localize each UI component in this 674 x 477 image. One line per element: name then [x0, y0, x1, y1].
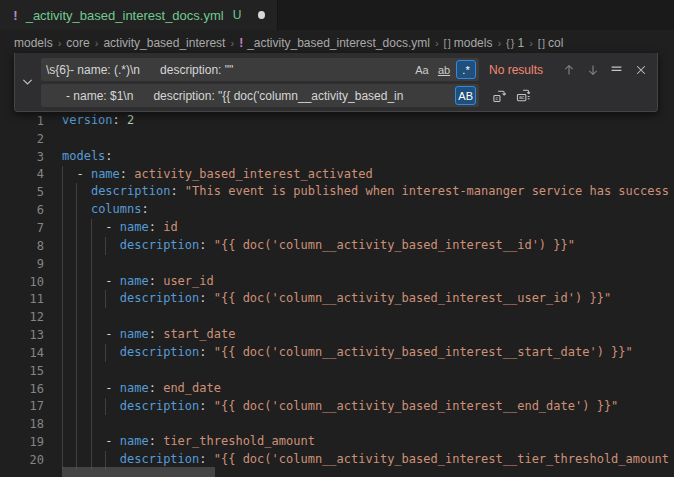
breadcrumb-separator-chevron-icon: ›	[230, 37, 234, 49]
code-text: - name: start_date	[62, 326, 674, 344]
find-row: \s{6}- name: (.*)\n description: "" Aa a…	[41, 58, 651, 81]
code-text: - name: end_date	[62, 380, 674, 398]
line-number: 12	[0, 310, 44, 324]
code-text	[62, 130, 674, 148]
breadcrumb-item[interactable]: [ ]col	[538, 36, 564, 50]
svg-text:ac: ac	[519, 94, 525, 100]
code-line[interactable]: 9	[0, 255, 674, 273]
horizontal-scrollbar[interactable]	[62, 467, 215, 477]
breadcrumb-symbol-yaml-icon: !	[239, 36, 243, 50]
code-line[interactable]: 7 - name: id	[0, 219, 674, 237]
replace-all-icon: ac	[516, 88, 531, 103]
breadcrumb-symbol-object-icon: { }	[506, 37, 513, 49]
close-find-button[interactable]	[630, 59, 651, 80]
find-query-text: \s{6}- name: (.*)\n description: ""	[46, 63, 410, 77]
line-number: 3	[0, 150, 44, 164]
breadcrumb-item-label: core	[66, 36, 89, 50]
git-status-badge: U	[233, 8, 242, 22]
chevron-down-icon	[22, 73, 33, 91]
line-number: 16	[0, 382, 44, 396]
line-number: 20	[0, 453, 44, 467]
code-line[interactable]: 14 description: "{{ doc('column__activit…	[0, 344, 674, 362]
replace-input[interactable]: - name: $1\n description: "{{ doc('colum…	[41, 84, 479, 107]
code-text: columns:	[62, 201, 674, 219]
code-text: description: "{{ doc('column__activity_b…	[62, 344, 674, 362]
code-line[interactable]: 19 - name: tier_threshold_amount	[0, 433, 674, 451]
replace-value-text: - name: $1\n description: "{{ doc('colum…	[46, 89, 453, 103]
code-line[interactable]: 6 columns:	[0, 201, 674, 219]
line-number: 14	[0, 346, 44, 360]
find-replace-widget: \s{6}- name: (.*)\n description: "" Aa a…	[14, 53, 658, 112]
line-number: 9	[0, 257, 44, 271]
code-text: - name: tier_threshold_amount	[62, 433, 674, 451]
line-number: 1	[0, 114, 44, 128]
code-line[interactable]: 4 - name: activity_based_interest_activa…	[0, 166, 674, 184]
arrow-down-icon	[587, 64, 599, 76]
code-line[interactable]: 13 - name: start_date	[0, 326, 674, 344]
replace-row: - name: $1\n description: "{{ doc('colum…	[41, 84, 651, 107]
breadcrumb-symbol-array-icon: [ ]	[444, 37, 450, 49]
breadcrumb-symbol-array-icon: [ ]	[538, 37, 544, 49]
tab-bar: ! _activity_based_interest_docs.yml U	[0, 0, 674, 30]
code-text: models:	[62, 148, 674, 166]
code-editor[interactable]: 1version: 223models:4 - name: activity_b…	[0, 112, 674, 477]
breadcrumb-item[interactable]: activity_based_interest	[103, 36, 225, 50]
code-text: description: "{{ doc('column__activity_b…	[62, 290, 674, 308]
breadcrumb-item-label: models	[454, 36, 493, 50]
code-text	[62, 255, 674, 273]
code-line[interactable]: 1version: 2	[0, 112, 674, 130]
breadcrumb-item-label: models	[14, 36, 53, 50]
breadcrumb-item[interactable]: models	[14, 36, 53, 50]
next-match-button[interactable]	[582, 59, 603, 80]
line-number: 15	[0, 364, 44, 378]
breadcrumb-item[interactable]: [ ]models	[444, 36, 493, 50]
yaml-file-icon: !	[12, 8, 19, 23]
replace-one-button[interactable]: c	[489, 85, 510, 106]
arrow-up-icon	[563, 64, 575, 76]
code-line[interactable]: 2	[0, 130, 674, 148]
breadcrumb-item-label: _activity_based_interest_docs.yml	[247, 36, 430, 50]
code-line[interactable]: 10 - name: user_id	[0, 273, 674, 291]
breadcrumb-separator-chevron-icon: ›	[529, 37, 533, 49]
breadcrumb-item[interactable]: !_activity_based_interest_docs.yml	[239, 36, 430, 50]
preserve-case-button[interactable]: AB	[455, 86, 476, 105]
unsaved-changes-dot-icon[interactable]	[258, 11, 265, 19]
breadcrumb-separator-chevron-icon: ›	[58, 37, 62, 49]
code-text: - name: id	[62, 219, 674, 237]
code-line[interactable]: 18	[0, 415, 674, 433]
find-in-selection-button[interactable]	[606, 59, 627, 80]
line-number: 13	[0, 328, 44, 342]
vscode-window: ! _activity_based_interest_docs.yml U mo…	[0, 0, 674, 477]
whole-word-button[interactable]: ab	[434, 60, 454, 79]
previous-match-button[interactable]	[558, 59, 579, 80]
selection-lines-icon	[610, 63, 623, 76]
regex-button[interactable]: .*	[456, 60, 476, 79]
line-number: 17	[0, 399, 44, 413]
code-text: - name: activity_based_interest_activate…	[62, 166, 674, 184]
code-line[interactable]: 11 description: "{{ doc('column__activit…	[0, 290, 674, 308]
code-text	[62, 362, 674, 380]
code-line[interactable]: 5 description: "This event is published …	[0, 183, 674, 201]
code-line[interactable]: 17 description: "{{ doc('column__activit…	[0, 398, 674, 416]
breadcrumb-item[interactable]: core	[66, 36, 89, 50]
code-text: description: "{{ doc('column__activity_b…	[62, 398, 674, 416]
replace-all-button[interactable]: ac	[513, 85, 534, 106]
breadcrumb-separator-chevron-icon: ›	[95, 37, 99, 49]
line-number: 4	[0, 167, 44, 181]
code-text: description: "{{ doc('column__activity_b…	[62, 237, 674, 255]
breadcrumb-item-label: col	[548, 36, 563, 50]
code-line[interactable]: 12	[0, 308, 674, 326]
code-line[interactable]: 8 description: "{{ doc('column__activity…	[0, 237, 674, 255]
find-input[interactable]: \s{6}- name: (.*)\n description: "" Aa a…	[41, 58, 479, 81]
match-case-button[interactable]: Aa	[412, 60, 432, 79]
code-text	[62, 415, 674, 433]
tab-active-file[interactable]: ! _activity_based_interest_docs.yml U	[0, 0, 278, 30]
code-line[interactable]: 16 - name: end_date	[0, 380, 674, 398]
breadcrumb-item[interactable]: { }1	[506, 36, 524, 50]
code-text: description: "This event is published wh…	[62, 183, 674, 201]
line-number: 19	[0, 435, 44, 449]
toggle-replace-button[interactable]	[15, 53, 39, 111]
code-line[interactable]: 15	[0, 362, 674, 380]
code-line[interactable]: 3models:	[0, 148, 674, 166]
tab-filename: _activity_based_interest_docs.yml	[26, 8, 224, 23]
